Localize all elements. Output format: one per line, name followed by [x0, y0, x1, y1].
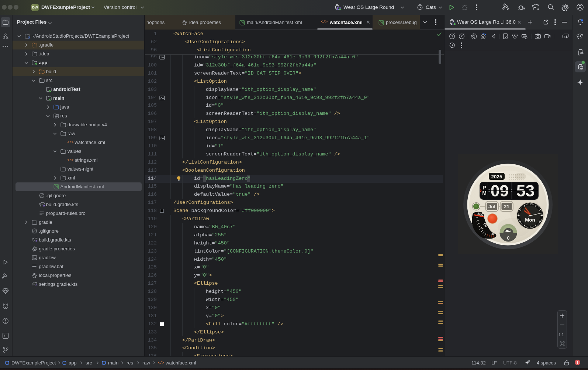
svg-text:2025: 2025 — [491, 174, 502, 179]
svg-text:Mon: Mon — [525, 217, 535, 223]
svg-text:0: 0 — [507, 236, 510, 241]
svg-text:Jul: Jul — [488, 204, 495, 209]
svg-text:P: P — [482, 185, 486, 191]
svg-text:21: 21 — [504, 204, 509, 209]
